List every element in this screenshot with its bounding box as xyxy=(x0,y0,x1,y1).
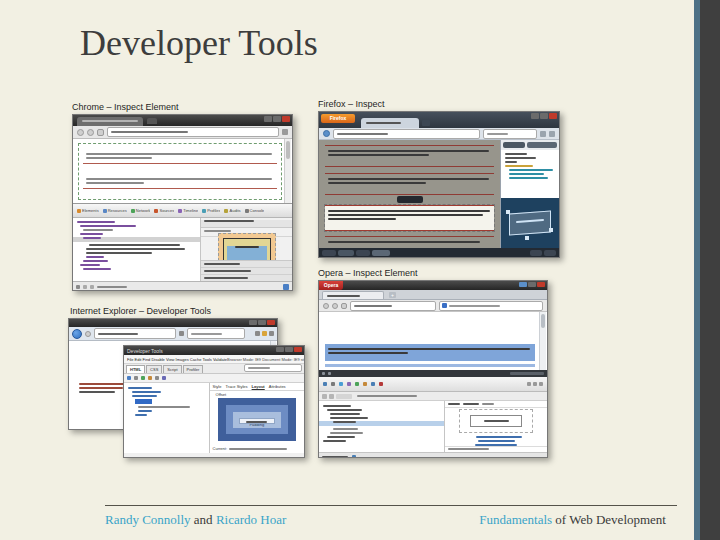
tab-style[interactable]: Style xyxy=(213,384,222,389)
maximize-icon[interactable] xyxy=(285,347,293,352)
tab-layout[interactable]: Layout xyxy=(252,384,265,389)
maximize-icon[interactable] xyxy=(528,282,536,287)
tab-attributes[interactable]: Attributes xyxy=(269,384,286,389)
images-icon[interactable] xyxy=(162,376,166,380)
pane-tab[interactable] xyxy=(482,403,494,405)
opera-menu-button[interactable]: Opera xyxy=(319,281,343,290)
chrome-new-tab-button[interactable] xyxy=(147,118,157,124)
ie-search-box[interactable] xyxy=(187,328,245,339)
console-icon[interactable] xyxy=(83,285,87,289)
close-icon[interactable] xyxy=(267,320,275,325)
tab-console[interactable]: Console xyxy=(245,208,265,213)
dock-icon[interactable] xyxy=(76,285,80,289)
status-icon[interactable] xyxy=(352,455,356,458)
event-listeners-section[interactable] xyxy=(201,274,292,281)
sidebar-tab-style[interactable] xyxy=(503,142,525,148)
margin-box[interactable]: Margin Border Padding xyxy=(218,398,296,441)
select-element-icon[interactable] xyxy=(127,376,131,380)
box-handle[interactable] xyxy=(549,228,553,232)
breadcrumb-chip[interactable] xyxy=(336,394,352,399)
firefox-paragraph-dimmed[interactable] xyxy=(325,173,494,195)
tools-icon[interactable] xyxy=(269,331,274,336)
minimize-icon[interactable] xyxy=(249,320,257,325)
ie-devtools-window-controls[interactable] xyxy=(276,347,302,352)
pane-tab[interactable] xyxy=(463,403,479,405)
tab-css[interactable]: CSS xyxy=(146,365,162,373)
ie-devtools-menu[interactable]: File Edit Find Disable View Images Cache… xyxy=(127,357,227,362)
refresh-icon[interactable] xyxy=(179,331,184,336)
new-tab-icon[interactable]: + xyxy=(389,292,396,298)
network-icon[interactable] xyxy=(339,382,343,386)
prev-icon[interactable] xyxy=(322,394,327,399)
back-icon[interactable] xyxy=(323,303,329,309)
firefox-paragraph-dimmed[interactable] xyxy=(325,236,494,247)
ie-devtools-search[interactable] xyxy=(244,364,302,372)
opera-search-field[interactable] xyxy=(439,301,543,311)
firefox-highlighted-element[interactable] xyxy=(325,205,494,231)
ie-devtools-titlebar[interactable]: Developer Tools xyxy=(124,346,304,355)
tab-profiles[interactable]: Profiles xyxy=(202,208,220,213)
new-tab-icon[interactable] xyxy=(422,120,430,126)
close-icon[interactable] xyxy=(537,282,545,287)
firefox-css-rules[interactable] xyxy=(501,150,559,198)
ie-window-controls[interactable] xyxy=(249,320,275,325)
chrome-paragraph[interactable] xyxy=(83,178,277,189)
reload-icon[interactable] xyxy=(341,303,347,309)
errors-icon[interactable] xyxy=(363,382,367,386)
home-icon[interactable] xyxy=(549,131,555,137)
tab-trace-styles[interactable]: Trace Styles xyxy=(226,384,248,389)
chrome-titlebar[interactable] xyxy=(73,115,292,126)
tab-audits[interactable]: Audits xyxy=(224,208,240,213)
detach-icon[interactable] xyxy=(533,382,537,386)
tab-html[interactable]: HTML xyxy=(126,365,145,373)
maximize-icon[interactable] xyxy=(258,320,266,325)
inspect-icon[interactable] xyxy=(90,285,94,289)
breadcrumb-item[interactable] xyxy=(322,250,336,256)
tab-timeline[interactable]: Timeline xyxy=(178,208,198,213)
breadcrumb-item[interactable] xyxy=(356,250,370,256)
properties-section[interactable] xyxy=(201,260,292,267)
storage-icon[interactable] xyxy=(355,382,359,386)
tab-elements[interactable]: Elements xyxy=(77,208,99,213)
back-icon[interactable] xyxy=(77,129,84,136)
opera-window-controls[interactable] xyxy=(519,282,545,287)
next-icon[interactable] xyxy=(329,394,334,399)
chrome-paragraph[interactable] xyxy=(83,153,277,164)
pane-tab[interactable] xyxy=(448,403,460,405)
reload-icon[interactable] xyxy=(97,129,104,136)
view-icon[interactable] xyxy=(148,376,152,380)
minimize-icon[interactable] xyxy=(519,282,527,287)
tab-script[interactable]: Script xyxy=(163,365,181,373)
dragonfly-selected-node[interactable] xyxy=(319,421,444,426)
maximize-icon[interactable] xyxy=(273,116,281,122)
favorites-icon[interactable] xyxy=(262,331,267,336)
box-handle[interactable] xyxy=(506,210,510,214)
opera-highlighted-paragraph[interactable] xyxy=(325,344,535,361)
chrome-selected-node[interactable] xyxy=(73,237,200,242)
firefox-titlebar[interactable]: Firefox xyxy=(319,112,559,128)
bookmark-icon[interactable] xyxy=(540,131,546,137)
firefox-paragraph-dimmed[interactable] xyxy=(325,145,494,167)
chrome-window-controls[interactable] xyxy=(264,116,290,122)
padding-box[interactable]: Padding xyxy=(233,412,281,428)
computed-style-section[interactable] xyxy=(201,220,292,228)
utilities-icon[interactable] xyxy=(371,382,375,386)
devtools-close-button[interactable] xyxy=(544,250,556,256)
back-icon[interactable] xyxy=(323,130,330,137)
close-icon[interactable] xyxy=(549,113,557,119)
console-icon[interactable] xyxy=(379,382,383,386)
settings-icon[interactable] xyxy=(527,382,531,386)
documents-icon[interactable] xyxy=(323,382,327,386)
outline-icon[interactable] xyxy=(155,376,159,380)
ie-address-bar[interactable] xyxy=(94,328,176,339)
wrench-icon[interactable] xyxy=(282,129,288,135)
content-box[interactable] xyxy=(239,418,275,424)
ie-devtools-menubar[interactable]: File Edit Find Disable View Images Cache… xyxy=(124,355,304,364)
firefox-3d-box-model[interactable] xyxy=(501,198,559,248)
forward-icon[interactable] xyxy=(85,331,91,337)
ie-titlebar[interactable] xyxy=(69,319,277,327)
opera-address-bar[interactable] xyxy=(350,301,436,311)
minimize-icon[interactable] xyxy=(264,116,272,122)
border-box[interactable]: Border Padding xyxy=(226,405,288,434)
tab-resources[interactable]: Resources xyxy=(103,208,127,213)
